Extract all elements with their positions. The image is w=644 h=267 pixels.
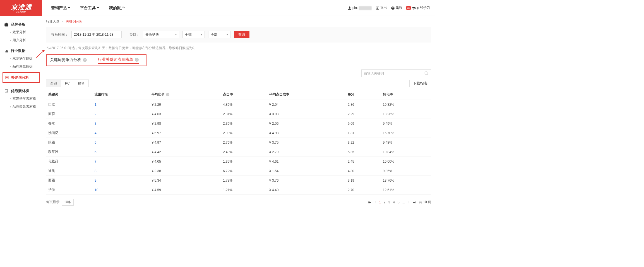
pager-total: 共 10 页 — [419, 200, 431, 205]
pin-label: pin: — [352, 6, 358, 10]
bullet-icon — [10, 66, 11, 67]
col-keyword[interactable]: 关键词 — [46, 89, 92, 100]
cell-bid: ¥ 4.05 — [149, 157, 221, 166]
table-row: 护肤10¥ 4.591.21%¥ 4.402.7012.61% — [46, 185, 431, 195]
cell-rank[interactable]: 1 — [92, 100, 149, 109]
pin-value-masked — [359, 6, 372, 10]
select-value: 美妆护肤 — [145, 31, 159, 38]
pager-first[interactable]: ⏮ — [368, 200, 371, 204]
crumb-root[interactable]: 行业大盘 — [46, 20, 59, 23]
sidebar-item-user[interactable]: 用户分析 — [0, 36, 42, 44]
sidebar-group-industry[interactable]: 行业数据 — [0, 44, 42, 54]
study-link[interactable]: 新 在线学习 — [406, 6, 430, 10]
date-range-input[interactable]: 2018-11-22 至 2018-11-28 — [71, 31, 122, 38]
cell-rank[interactable]: 5 — [92, 138, 149, 147]
segment-pc[interactable]: PC — [61, 80, 74, 87]
cell-rank[interactable]: 7 — [92, 157, 149, 166]
cell-ctr: 2.36% — [221, 119, 267, 128]
col-cpc[interactable]: 平均点击成本 — [267, 89, 345, 100]
col-cvr[interactable]: 转化率 — [381, 89, 431, 100]
cell-roi: 5.09 — [345, 119, 381, 128]
word-icon — [5, 75, 9, 80]
logout-link[interactable]: 退出 — [376, 6, 387, 10]
chevron-down-icon: ▾ — [227, 31, 228, 38]
cell-roi: 2.45 — [345, 157, 381, 166]
tab-competitive-analysis[interactable]: 关键词竞争力分析 ? — [50, 57, 87, 64]
cell-ctr: 1.78% — [221, 176, 267, 185]
nav-marketing-products[interactable]: 营销产品 — [51, 6, 70, 11]
query-button[interactable]: 查询 — [234, 31, 249, 38]
nav-label: 平台工具 — [80, 6, 96, 11]
col-roi[interactable]: ROI — [345, 89, 381, 100]
bullet-icon — [10, 32, 11, 33]
cell-rank[interactable]: 3 — [92, 119, 149, 128]
table-row: 化妆品7¥ 4.051.35%¥ 4.612.4510.00% — [46, 157, 431, 166]
per-page-select[interactable]: 10条 — [62, 199, 74, 206]
pager-page[interactable]: 2 — [384, 200, 386, 204]
col-bid-label: 平均出价 — [152, 92, 165, 96]
help-icon[interactable]: ? — [83, 58, 87, 62]
cell-bid: ¥ 4.97 — [149, 138, 221, 147]
category-select-3[interactable]: 全部▾ — [208, 31, 230, 38]
cell-roi: 2.70 — [345, 185, 381, 195]
graduation-cap-icon — [412, 6, 416, 10]
cell-rank[interactable]: 8 — [92, 166, 149, 176]
cell-keyword: 迪奥 — [46, 166, 92, 176]
cell-rank[interactable]: 6 — [92, 147, 149, 157]
sidebar-group-material[interactable]: 优秀素材榜 — [0, 85, 42, 95]
col-bid[interactable]: 平均出价? — [149, 89, 221, 100]
nav-platform-tools[interactable]: 平台工具 — [80, 6, 99, 11]
sidebar-item-jd-material[interactable]: 京东快车素材榜 — [0, 95, 42, 103]
pager-page[interactable]: 1 — [379, 200, 381, 204]
logo[interactable]: 京准通 JD.COM — [0, 0, 42, 16]
cell-cpc: ¥ 4.61 — [267, 157, 345, 166]
help-icon[interactable]: ? — [135, 58, 139, 62]
cell-cvr: 10.00% — [381, 157, 431, 166]
sidebar-group-brand[interactable]: 品牌分析 — [0, 18, 42, 28]
pager-next[interactable]: › — [408, 200, 410, 204]
group-title: 品牌分析 — [11, 22, 25, 27]
sidebar-item-keyword-analysis[interactable]: 关键词分析 — [3, 72, 40, 83]
keyword-search-input[interactable]: 请输入关键词 — [361, 69, 431, 77]
pager-prev[interactable]: ‹ — [374, 200, 376, 204]
help-icon — [391, 6, 395, 10]
cell-rank[interactable]: 2 — [92, 109, 149, 119]
table-row: 迪奥8¥ 2.386.72%¥ 1.544.809.35% — [46, 166, 431, 176]
pager-page[interactable]: 3 — [388, 200, 390, 204]
pager-ellipsis: ... — [402, 200, 405, 204]
pager-last[interactable]: ⏭ — [413, 200, 416, 204]
col-ctr[interactable]: 点击率 — [221, 89, 267, 100]
cell-rank[interactable]: 9 — [92, 176, 149, 185]
category-select-1[interactable]: 美妆护肤▾ — [143, 31, 179, 38]
cell-keyword: 护肤 — [46, 185, 92, 195]
cell-cvr: 10.32% — [381, 100, 431, 109]
cell-cvr: 12.61% — [381, 185, 431, 195]
sidebar-item-brand-effect[interactable]: 品牌聚效数据 — [0, 62, 42, 71]
cell-cpc: ¥ 3.75 — [267, 138, 345, 147]
cell-keyword: 面膜 — [46, 109, 92, 119]
per-page-label: 每页显示 — [46, 200, 59, 205]
main-content: 行业大盘 › 关键词分析 投放时间： 2018-11-22 至 2018-11-… — [42, 16, 435, 211]
cell-bid: ¥ 4.63 — [149, 109, 221, 119]
pager-page[interactable]: 5 — [398, 200, 400, 204]
help-icon[interactable]: ? — [166, 93, 169, 96]
bullet-icon — [10, 58, 11, 59]
segment-mobile[interactable]: 移动 — [74, 80, 88, 87]
segment-all[interactable]: 全部 — [46, 80, 61, 87]
sidebar-item-effect[interactable]: 效果分析 — [0, 28, 42, 36]
tab-traffic-ranking[interactable]: 行业关键词流量榜单 ? — [98, 57, 139, 64]
pager-page[interactable]: 4 — [393, 200, 395, 204]
caret-down-icon — [68, 7, 70, 9]
sidebar-item-jd-express[interactable]: 京东快车数据 — [0, 54, 42, 62]
cell-rank[interactable]: 10 — [92, 185, 149, 195]
table-row: 面霜9¥ 5.341.78%¥ 3.763.1913.76% — [46, 176, 431, 185]
download-report-button[interactable]: 下载报表 — [409, 80, 431, 87]
suggest-link[interactable]: 建议 — [391, 6, 402, 10]
col-rank[interactable]: 流量排名 — [92, 89, 149, 100]
device-segment: 全部 PC 移动 — [46, 80, 89, 87]
cell-rank[interactable]: 4 — [92, 128, 149, 138]
sidebar-item-label: 京东快车素材榜 — [13, 96, 36, 101]
sidebar-item-brand-material[interactable]: 品牌聚效素材榜 — [0, 103, 42, 111]
category-select-2[interactable]: 全部▾ — [182, 31, 205, 38]
nav-my-account[interactable]: 我的账户 — [109, 6, 125, 11]
